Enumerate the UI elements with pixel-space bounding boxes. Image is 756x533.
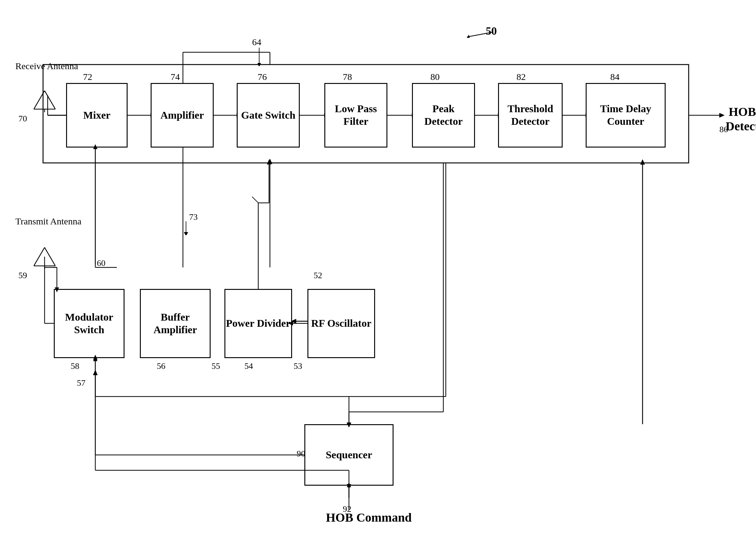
ref-82-label: 82 [517, 72, 526, 82]
svg-marker-37 [640, 160, 645, 165]
ref-92-label: 92 [343, 504, 351, 514]
ref-70-label: 70 [18, 114, 27, 123]
svg-marker-25 [268, 159, 272, 164]
ref-86-label: 86 [719, 124, 728, 134]
receive-antenna-label: Receive Antenna [15, 60, 78, 72]
buffer-amplifier-block: Buffer Amplifier [140, 289, 211, 358]
svg-marker-65 [184, 232, 188, 235]
ref-84-label: 84 [610, 72, 619, 82]
ref-59-label: 59 [18, 271, 27, 280]
ref-52-label: 52 [313, 271, 322, 280]
ref-54-label: 54 [244, 361, 253, 371]
threshold-detector-block: Threshold Detector [498, 83, 563, 147]
ref-60-label: 60 [97, 258, 105, 268]
amplifier-block: Amplifier [151, 83, 214, 147]
ref-64-label: 64 [252, 37, 261, 47]
svg-line-55 [44, 91, 55, 109]
svg-marker-51 [467, 35, 470, 38]
transmit-antenna-label: Transmit Antenna [15, 215, 81, 227]
rf-oscillator-block: RF Oscillator [308, 289, 375, 358]
svg-line-58 [34, 248, 44, 266]
gate-switch-block: Gate Switch [237, 83, 300, 147]
peak-detector-block: Peak Detector [412, 83, 475, 147]
ref-55-label: 55 [211, 361, 220, 371]
ref-53-label: 53 [294, 361, 302, 371]
svg-marker-63 [93, 358, 97, 361]
ref-90-label: 90 [297, 449, 305, 459]
svg-line-59 [44, 248, 55, 266]
svg-line-54 [34, 91, 44, 109]
low-pass-filter-block: Low Pass Filter [324, 83, 387, 147]
ref-80-label: 80 [430, 72, 440, 82]
time-delay-counter-block: Time Delay Counter [586, 83, 665, 147]
mixer-block: Mixer [66, 83, 127, 147]
hob-command-label: HOB Command [326, 510, 412, 525]
ref-74-label: 74 [171, 72, 180, 82]
ref-76-label: 76 [257, 72, 267, 82]
modulator-switch-block: Modulator Switch [54, 289, 124, 358]
ref-78-label: 78 [343, 72, 352, 82]
ref-56-label: 56 [157, 361, 165, 371]
svg-marker-53 [257, 63, 261, 66]
sequencer-block: Sequencer [304, 424, 393, 486]
hob-detect-label: HOB Detect [726, 104, 756, 133]
svg-line-50 [467, 32, 492, 37]
ref-57-label: 57 [77, 378, 86, 388]
ref-58-label: 58 [71, 361, 79, 371]
ref-72-label: 72 [83, 72, 92, 82]
power-divider-block: Power Divider [225, 289, 292, 358]
svg-marker-15 [719, 113, 724, 118]
